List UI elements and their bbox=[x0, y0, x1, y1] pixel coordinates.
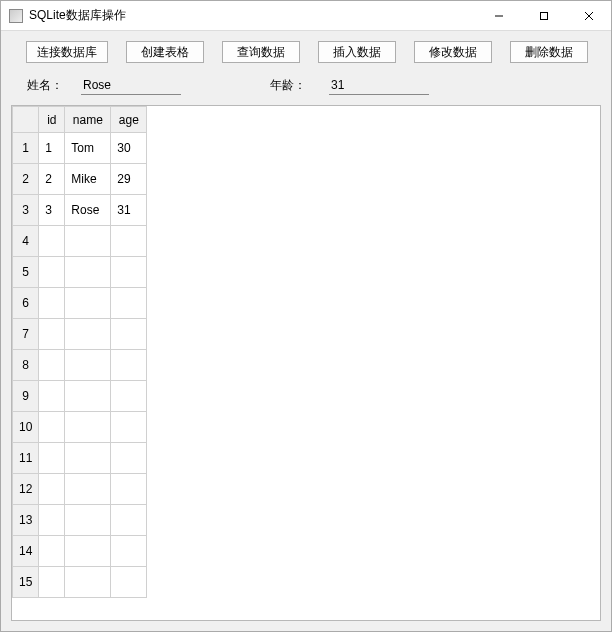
cell-name[interactable] bbox=[65, 474, 111, 505]
cell-age[interactable] bbox=[111, 567, 147, 598]
table-row[interactable]: 14 bbox=[13, 536, 147, 567]
cell-id[interactable] bbox=[39, 257, 65, 288]
window-title: SQLite数据库操作 bbox=[29, 7, 476, 24]
table-row[interactable]: 22Mike29 bbox=[13, 164, 147, 195]
data-table-container[interactable]: id name age 11Tom3022Mike2933Rose3145678… bbox=[11, 105, 601, 621]
row-header[interactable]: 7 bbox=[13, 319, 39, 350]
table-row[interactable]: 5 bbox=[13, 257, 147, 288]
cell-age[interactable]: 31 bbox=[111, 195, 147, 226]
cell-age[interactable] bbox=[111, 443, 147, 474]
cell-name[interactable] bbox=[65, 288, 111, 319]
row-header[interactable]: 15 bbox=[13, 567, 39, 598]
update-data-button[interactable]: 修改数据 bbox=[414, 41, 492, 63]
cell-name[interactable] bbox=[65, 567, 111, 598]
table-row[interactable]: 7 bbox=[13, 319, 147, 350]
row-header[interactable]: 3 bbox=[13, 195, 39, 226]
name-label: 姓名： bbox=[15, 77, 75, 94]
cell-age[interactable] bbox=[111, 536, 147, 567]
table-row[interactable]: 9 bbox=[13, 381, 147, 412]
maximize-icon bbox=[539, 11, 549, 21]
row-header[interactable]: 8 bbox=[13, 350, 39, 381]
cell-id[interactable] bbox=[39, 536, 65, 567]
row-header[interactable]: 6 bbox=[13, 288, 39, 319]
cell-age[interactable] bbox=[111, 226, 147, 257]
row-header[interactable]: 10 bbox=[13, 412, 39, 443]
cell-id[interactable] bbox=[39, 288, 65, 319]
table-row[interactable]: 8 bbox=[13, 350, 147, 381]
cell-id[interactable]: 1 bbox=[39, 133, 65, 164]
cell-id[interactable] bbox=[39, 381, 65, 412]
cell-id[interactable]: 2 bbox=[39, 164, 65, 195]
table-row[interactable]: 11 bbox=[13, 443, 147, 474]
cell-age[interactable] bbox=[111, 381, 147, 412]
name-input[interactable] bbox=[81, 75, 181, 95]
cell-name[interactable] bbox=[65, 226, 111, 257]
header-row: id name age bbox=[13, 107, 147, 133]
cell-name[interactable] bbox=[65, 443, 111, 474]
table-body: 11Tom3022Mike2933Rose3145678910111213141… bbox=[13, 133, 147, 598]
cell-id[interactable] bbox=[39, 474, 65, 505]
close-button[interactable] bbox=[566, 1, 611, 30]
row-header[interactable]: 2 bbox=[13, 164, 39, 195]
insert-data-button[interactable]: 插入数据 bbox=[318, 41, 396, 63]
row-header[interactable]: 9 bbox=[13, 381, 39, 412]
table-row[interactable]: 15 bbox=[13, 567, 147, 598]
create-table-button[interactable]: 创建表格 bbox=[126, 41, 204, 63]
cell-id[interactable] bbox=[39, 567, 65, 598]
row-header[interactable]: 5 bbox=[13, 257, 39, 288]
cell-age[interactable] bbox=[111, 288, 147, 319]
delete-data-button[interactable]: 删除数据 bbox=[510, 41, 588, 63]
cell-age[interactable]: 30 bbox=[111, 133, 147, 164]
cell-name[interactable] bbox=[65, 319, 111, 350]
cell-id[interactable] bbox=[39, 443, 65, 474]
cell-name[interactable]: Rose bbox=[65, 195, 111, 226]
cell-name[interactable] bbox=[65, 257, 111, 288]
close-icon bbox=[584, 11, 594, 21]
row-header[interactable]: 1 bbox=[13, 133, 39, 164]
cell-name[interactable] bbox=[65, 412, 111, 443]
row-header[interactable]: 12 bbox=[13, 474, 39, 505]
table-row[interactable]: 10 bbox=[13, 412, 147, 443]
col-header-id[interactable]: id bbox=[39, 107, 65, 133]
cell-name[interactable] bbox=[65, 536, 111, 567]
row-header[interactable]: 11 bbox=[13, 443, 39, 474]
cell-age[interactable] bbox=[111, 319, 147, 350]
connect-db-button[interactable]: 连接数据库 bbox=[26, 41, 108, 63]
cell-id[interactable] bbox=[39, 319, 65, 350]
row-header[interactable]: 13 bbox=[13, 505, 39, 536]
app-window: SQLite数据库操作 连接数据库 创建表格 查询数据 插入数据 修改数据 删除… bbox=[0, 0, 612, 632]
row-header[interactable]: 14 bbox=[13, 536, 39, 567]
table-row[interactable]: 13 bbox=[13, 505, 147, 536]
col-header-age[interactable]: age bbox=[111, 107, 147, 133]
table-row[interactable]: 11Tom30 bbox=[13, 133, 147, 164]
cell-age[interactable] bbox=[111, 257, 147, 288]
query-data-button[interactable]: 查询数据 bbox=[222, 41, 300, 63]
cell-id[interactable] bbox=[39, 412, 65, 443]
cell-name[interactable] bbox=[65, 350, 111, 381]
cell-name[interactable]: Mike bbox=[65, 164, 111, 195]
table-row[interactable]: 33Rose31 bbox=[13, 195, 147, 226]
cell-id[interactable]: 3 bbox=[39, 195, 65, 226]
cell-age[interactable] bbox=[111, 350, 147, 381]
cell-name[interactable] bbox=[65, 381, 111, 412]
minimize-icon bbox=[494, 11, 504, 21]
cell-age[interactable] bbox=[111, 412, 147, 443]
table-row[interactable]: 6 bbox=[13, 288, 147, 319]
row-header[interactable]: 4 bbox=[13, 226, 39, 257]
cell-name[interactable]: Tom bbox=[65, 133, 111, 164]
table-row[interactable]: 12 bbox=[13, 474, 147, 505]
cell-id[interactable] bbox=[39, 226, 65, 257]
col-header-name[interactable]: name bbox=[65, 107, 111, 133]
cell-age[interactable]: 29 bbox=[111, 164, 147, 195]
table-row[interactable]: 4 bbox=[13, 226, 147, 257]
cell-name[interactable] bbox=[65, 505, 111, 536]
maximize-button[interactable] bbox=[521, 1, 566, 30]
toolbar: 连接数据库 创建表格 查询数据 插入数据 修改数据 删除数据 bbox=[1, 31, 611, 69]
age-input[interactable] bbox=[329, 75, 429, 95]
minimize-button[interactable] bbox=[476, 1, 521, 30]
cell-age[interactable] bbox=[111, 505, 147, 536]
cell-id[interactable] bbox=[39, 505, 65, 536]
cell-age[interactable] bbox=[111, 474, 147, 505]
cell-id[interactable] bbox=[39, 350, 65, 381]
age-label: 年龄： bbox=[253, 77, 323, 94]
